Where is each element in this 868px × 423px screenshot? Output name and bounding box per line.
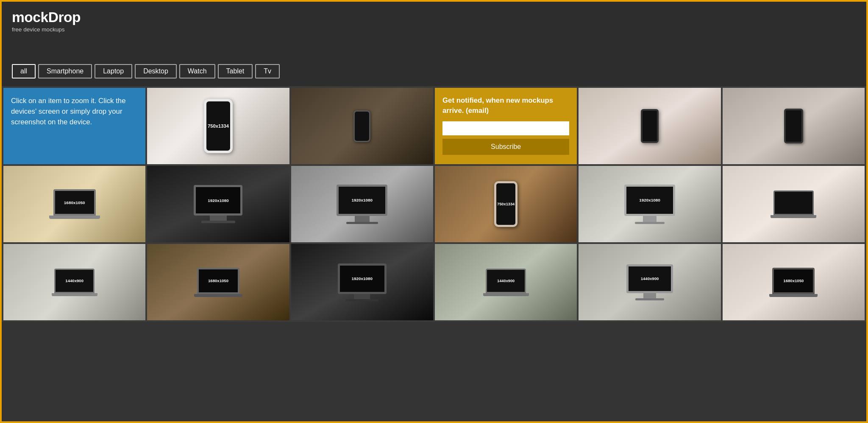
res-label-11: 1440x900 bbox=[641, 276, 659, 281]
res-label-1: 750x1334 bbox=[208, 123, 229, 129]
filter-bar: all Smartphone Laptop Desktop Watch Tabl… bbox=[2, 39, 866, 86]
mockup-person-phone-desk[interactable] bbox=[291, 88, 433, 164]
mockup-laptop-couch[interactable]: 1680x1050 bbox=[147, 244, 289, 320]
mockup-vr-phone[interactable] bbox=[579, 88, 721, 164]
subscribe-button[interactable]: Subscribe bbox=[442, 139, 569, 155]
mockup-phone-white-hand[interactable]: 750x1334 bbox=[147, 88, 289, 164]
mockup-imac-desk2[interactable]: 1440x900 bbox=[579, 244, 721, 320]
mockup-monitor-dark1[interactable]: 1920x1080 bbox=[147, 166, 289, 242]
filter-laptop[interactable]: Laptop bbox=[95, 64, 132, 78]
filter-watch[interactable]: Watch bbox=[179, 64, 215, 78]
mockup-phone-table[interactable]: 750x1334 bbox=[435, 166, 577, 242]
header: mockDrop free device mockups bbox=[2, 2, 866, 39]
res-label-6: 1920x1080 bbox=[639, 198, 660, 202]
mockup-mac-desk1[interactable]: 1920x1080 bbox=[291, 166, 433, 242]
res-label-7: 1440x900 bbox=[65, 278, 83, 283]
main-grid: Click on an item to zoom it. Click the d… bbox=[2, 86, 866, 322]
res-label-9: 1920x1080 bbox=[352, 276, 373, 281]
info-text: Click on an item to zoom it. Click the d… bbox=[11, 95, 138, 128]
filter-tv[interactable]: Tv bbox=[255, 64, 280, 78]
info-cell: Click on an item to zoom it. Click the d… bbox=[3, 88, 145, 164]
notify-cell: Get notified, when new mockups arrive. (… bbox=[435, 88, 577, 164]
res-label-4: 1920x1080 bbox=[352, 198, 373, 202]
notify-heading: Get notified, when new mockups arrive. (… bbox=[442, 95, 569, 115]
filter-smartphone[interactable]: Smartphone bbox=[38, 64, 92, 78]
res-label-10: 1440x900 bbox=[497, 279, 515, 283]
site-subtitle: free device mockups bbox=[12, 26, 856, 33]
filter-desktop[interactable]: Desktop bbox=[135, 64, 177, 78]
notify-email-input[interactable] bbox=[442, 121, 569, 135]
mockup-imac-office1[interactable]: 1920x1080 bbox=[579, 166, 721, 242]
mockup-mac-desk2[interactable]: 1440x900 bbox=[435, 244, 577, 320]
mockup-monitor-dark2[interactable]: 1920x1080 bbox=[291, 244, 433, 320]
res-label-2: 1680x1050 bbox=[64, 200, 85, 205]
site-title: mockDrop bbox=[12, 9, 856, 25]
mockup-person-laptop1[interactable] bbox=[723, 166, 865, 242]
mockup-laptop-desk1[interactable]: 1680x1050 bbox=[3, 166, 145, 242]
mockup-tablet-hand[interactable] bbox=[723, 88, 865, 164]
filter-all[interactable]: all bbox=[12, 64, 36, 78]
filter-tablet[interactable]: Tablet bbox=[218, 64, 253, 78]
mockup-person-laptop2[interactable]: 1680x1050 bbox=[723, 244, 865, 320]
res-label-12: 1680x1050 bbox=[783, 278, 804, 283]
mockup-laptop-notebook[interactable]: 1440x900 bbox=[3, 244, 145, 320]
res-label-8: 1680x1050 bbox=[208, 278, 228, 283]
res-label-5: 750x1334 bbox=[497, 202, 515, 206]
res-label-3: 1920x1080 bbox=[208, 198, 229, 203]
